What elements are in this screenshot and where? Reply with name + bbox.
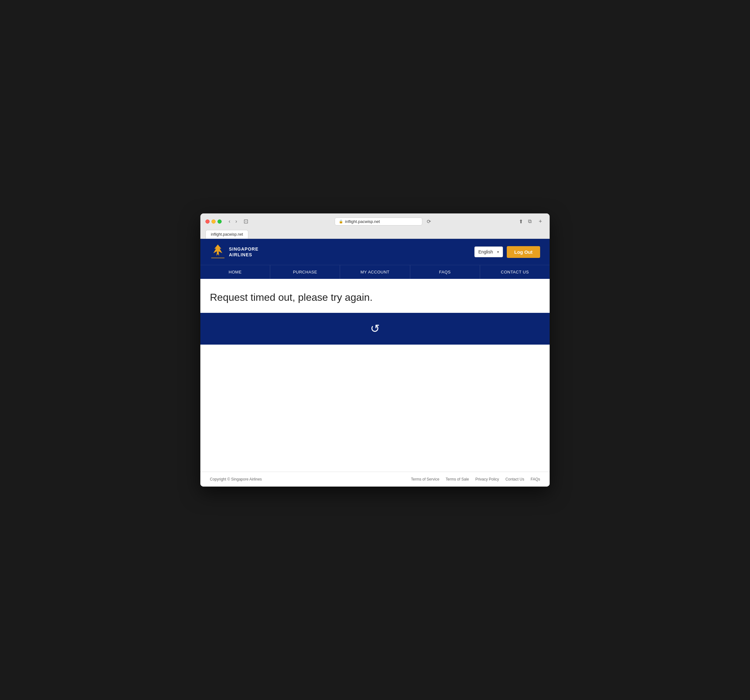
browser-actions: ⬆ ⧉ + [517,218,544,225]
logo-line2: AIRLINES [229,252,258,258]
minimize-button[interactable] [212,220,215,224]
share-button[interactable]: ⬆ [517,218,525,225]
header-right: English 中文 日本語 한국어 Log Out [474,246,540,258]
logo-line1: SINGAPORE [229,246,258,252]
reload-button[interactable]: ⟳ [425,218,433,225]
error-message: Request timed out, please try again. [200,279,550,313]
reload-banner[interactable]: ↺ [200,313,550,345]
footer-links: Terms of Service Terms of Sale Privacy P… [411,477,540,482]
address-bar-row: 🔒 inflight.pacwisp.net ⟳ [253,218,515,226]
tab-title: inflight.pacwisp.net [211,232,243,237]
footer-link-terms-of-sale[interactable]: Terms of Sale [446,477,469,482]
site-footer: Copyright © Singapore Airlines Terms of … [200,472,550,486]
url-text: inflight.pacwisp.net [345,219,380,224]
svg-rect-1 [211,258,224,258]
logo-text: SINGAPORE AIRLINES [229,246,258,258]
nav-item-purchase[interactable]: PURCHASE [270,265,340,279]
main-content: Request timed out, please try again. ↺ [200,279,550,472]
footer-link-faqs[interactable]: FAQs [530,477,540,482]
logo-area: SINGAPORE AIRLINES [210,244,258,260]
nav-item-home[interactable]: HOME [200,265,270,279]
maximize-button[interactable] [218,220,221,224]
tab-bar: inflight.pacwisp.net [206,229,544,238]
back-button[interactable]: ‹ [227,218,232,225]
content-body [200,345,550,472]
nav-item-my-account[interactable]: MY ACCOUNT [340,265,410,279]
new-tab-button[interactable]: ⧉ [526,218,533,225]
page-content: SINGAPORE AIRLINES English 中文 日本語 한국어 Lo… [200,239,550,486]
footer-copyright: Copyright © Singapore Airlines [210,477,262,482]
forward-button[interactable]: › [234,218,239,225]
traffic-lights [206,220,221,224]
language-selector[interactable]: English 中文 日本語 한국어 [474,246,503,257]
reader-button[interactable]: ⊡ [242,217,250,226]
footer-link-privacy-policy[interactable]: Privacy Policy [475,477,499,482]
svg-marker-0 [214,245,222,256]
nav-buttons: ‹ › [227,218,239,225]
nav-item-contact-us[interactable]: CONTACT US [480,265,550,279]
close-button[interactable] [206,220,209,224]
address-bar[interactable]: 🔒 inflight.pacwisp.net [335,218,422,226]
lock-icon: 🔒 [339,220,343,224]
main-nav: HOME PURCHASE MY ACCOUNT FAQS CONTACT US [200,265,550,279]
browser-window: ‹ › ⊡ 🔒 inflight.pacwisp.net ⟳ ⬆ ⧉ + [200,214,550,486]
browser-chrome: ‹ › ⊡ 🔒 inflight.pacwisp.net ⟳ ⬆ ⧉ + [200,214,550,239]
footer-link-contact-us[interactable]: Contact Us [506,477,524,482]
logo-icon [210,244,226,260]
language-dropdown[interactable]: English 中文 日本語 한국어 [474,246,503,257]
add-tab-button[interactable]: + [536,218,544,225]
logout-button[interactable]: Log Out [507,246,540,258]
active-tab[interactable]: inflight.pacwisp.net [206,230,248,238]
reload-icon[interactable]: ↺ [370,323,380,334]
nav-item-faqs[interactable]: FAQS [410,265,480,279]
footer-link-terms-of-service[interactable]: Terms of Service [411,477,439,482]
site-header: SINGAPORE AIRLINES English 中文 日本語 한국어 Lo… [200,239,550,265]
